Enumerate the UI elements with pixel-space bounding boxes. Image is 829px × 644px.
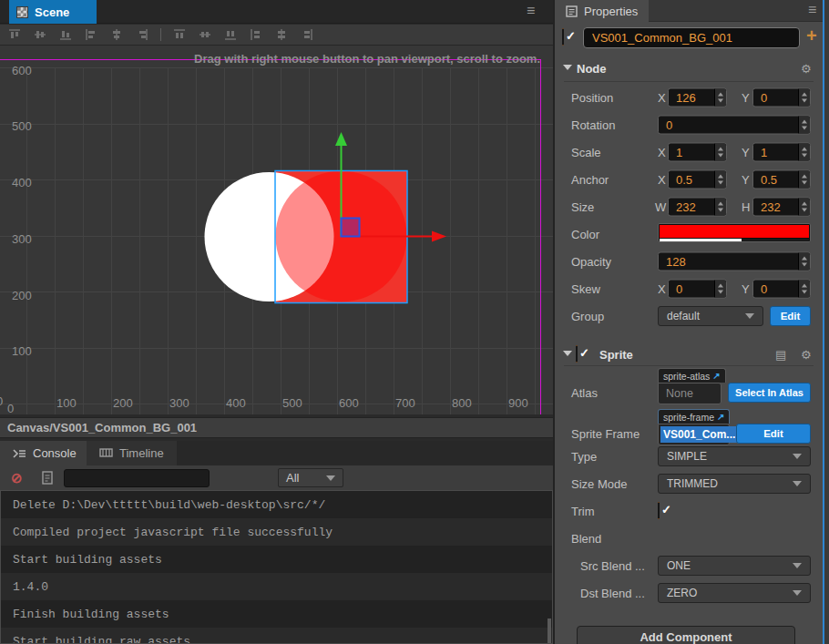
node-name-input[interactable] xyxy=(583,27,800,48)
align-left-icon[interactable] xyxy=(84,27,98,42)
w-axis-letter: W xyxy=(655,200,666,214)
log-line[interactable]: Finish building assets xyxy=(1,600,552,628)
anchor-x-value[interactable]: 0.5 xyxy=(669,173,714,187)
size-w-stepper[interactable] xyxy=(714,199,726,216)
align-top-icon[interactable] xyxy=(7,27,22,42)
clear-console-icon[interactable]: ⊘ xyxy=(11,470,23,486)
tab-console[interactable]: Console xyxy=(0,441,89,465)
color-label: Color xyxy=(571,228,599,241)
console-scrollbar[interactable] xyxy=(548,618,551,644)
rotation-value[interactable]: 0 xyxy=(659,118,798,132)
scale-x-stepper[interactable] xyxy=(714,144,726,161)
log-line[interactable]: Start building raw assets xyxy=(1,628,552,644)
scale-y-value[interactable]: 1 xyxy=(753,146,798,159)
anchor-y-stepper[interactable] xyxy=(798,171,810,189)
position-y-stepper[interactable] xyxy=(798,89,810,107)
group-dropdown[interactable]: default xyxy=(658,306,763,326)
collapse-arrow-icon[interactable] xyxy=(563,351,572,356)
sprite-frame-edit-button[interactable]: Edit xyxy=(736,424,811,444)
dst-blend-dropdown[interactable]: ZERO xyxy=(658,583,811,603)
sprite-copy-icon[interactable]: ▤ xyxy=(775,348,786,362)
rotation-stepper[interactable] xyxy=(798,117,810,134)
color-swatch[interactable] xyxy=(658,223,811,242)
distribute-left-icon[interactable] xyxy=(249,27,263,42)
opacity-stepper[interactable] xyxy=(798,253,810,271)
add-node-button[interactable]: + xyxy=(806,26,817,46)
anchor-gizmo[interactable] xyxy=(342,219,360,237)
select-in-atlas-button[interactable]: Select In Atlas xyxy=(728,383,811,403)
position-x-stepper[interactable] xyxy=(714,89,726,107)
skew-row: Skew X 0 Y 0 xyxy=(555,275,823,302)
scale-x-field[interactable]: 1 xyxy=(668,143,727,162)
scale-y-stepper[interactable] xyxy=(798,144,810,161)
anchor-y-value[interactable]: 0.5 xyxy=(753,173,798,187)
scene-viewport[interactable]: 600 500 400 300 200 100 0 0 100 200 300 … xyxy=(0,46,553,414)
distribute-bottom-icon[interactable] xyxy=(223,27,238,42)
distribute-top-icon[interactable] xyxy=(172,27,187,42)
size-w-field[interactable]: 232 xyxy=(668,198,727,217)
skew-y-value[interactable]: 0 xyxy=(753,282,798,296)
skew-y-field[interactable]: 0 xyxy=(752,280,811,299)
atlas-field[interactable]: None xyxy=(658,383,722,404)
tab-timeline[interactable]: Timeline xyxy=(87,441,177,465)
align-h-center-icon[interactable] xyxy=(109,27,124,42)
opacity-field[interactable]: 128 xyxy=(658,252,811,271)
align-v-center-icon[interactable] xyxy=(33,27,47,42)
log-line[interactable]: Start building assets xyxy=(1,546,552,573)
size-h-value[interactable]: 232 xyxy=(753,200,798,214)
tab-scene[interactable]: Scene xyxy=(9,0,97,24)
properties-menu-icon[interactable]: ≡ xyxy=(808,5,816,15)
trim-checkbox[interactable] xyxy=(658,502,660,519)
opacity-value[interactable]: 128 xyxy=(659,255,798,269)
align-bottom-icon[interactable] xyxy=(58,27,73,42)
section-rule xyxy=(564,81,814,82)
open-log-file-icon[interactable] xyxy=(42,471,54,485)
console-log-area[interactable]: Delete D:\Dev\ttttt\build\web-desktop\sr… xyxy=(0,490,553,644)
type-dropdown[interactable]: SIMPLE xyxy=(658,446,811,466)
size-mode-dropdown[interactable]: TRIMMED xyxy=(658,474,811,494)
log-line[interactable]: 1.4.0 xyxy=(1,573,552,600)
size-h-field[interactable]: 232 xyxy=(752,198,811,217)
node-section-header[interactable]: Node ⚙ xyxy=(555,56,823,80)
distribute-h-center-icon[interactable] xyxy=(274,27,289,42)
position-x-value[interactable]: 126 xyxy=(669,91,714,105)
skew-y-stepper[interactable] xyxy=(798,281,810,298)
distribute-v-center-icon[interactable] xyxy=(198,27,212,42)
move-gizmo-y-arrowhead[interactable] xyxy=(335,132,347,146)
skew-x-field[interactable]: 0 xyxy=(668,280,727,299)
node-active-checkbox[interactable] xyxy=(562,28,564,46)
rotation-field[interactable]: 0 xyxy=(658,116,811,135)
sprite-frame-value[interactable]: VS001_Com... xyxy=(660,426,738,443)
anchor-x-field[interactable]: 0.5 xyxy=(668,170,727,189)
size-h-stepper[interactable] xyxy=(798,199,810,216)
anchor-x-stepper[interactable] xyxy=(714,171,726,189)
log-line[interactable]: Compiled project javascript file success… xyxy=(1,518,552,546)
skew-x-value[interactable]: 0 xyxy=(669,282,714,296)
scale-x-value[interactable]: 1 xyxy=(669,146,714,159)
distribute-right-icon[interactable] xyxy=(300,27,314,42)
skew-x-stepper[interactable] xyxy=(714,281,726,298)
position-y-field[interactable]: 0 xyxy=(752,88,811,107)
sprite-frame-label: Sprite Frame xyxy=(571,427,640,441)
add-component-button[interactable]: Add Component xyxy=(577,626,795,644)
console-search-input[interactable] xyxy=(64,469,210,487)
scale-y-field[interactable]: 1 xyxy=(752,143,811,162)
scene-menu-icon[interactable]: ≡ xyxy=(527,6,535,15)
position-y-value[interactable]: 0 xyxy=(753,91,798,105)
move-gizmo-x-arrowhead[interactable] xyxy=(432,231,446,242)
anchor-y-field[interactable]: 0.5 xyxy=(752,170,811,189)
size-w-value[interactable]: 232 xyxy=(669,200,714,214)
group-edit-button[interactable]: Edit xyxy=(770,306,811,326)
log-filter-dropdown[interactable]: All xyxy=(278,468,343,487)
sprite-enabled-checkbox[interactable] xyxy=(576,345,578,363)
position-x-field[interactable]: 126 xyxy=(668,88,727,107)
log-line[interactable]: Delete D:\Dev\ttttt\build\web-desktop\sr… xyxy=(1,491,552,518)
breadcrumb[interactable]: Canvas/VS001_Common_BG_001 xyxy=(7,421,197,434)
sprite-section-header[interactable]: Sprite ▤ ⚙ xyxy=(555,342,823,366)
sprite-gear-icon[interactable]: ⚙ xyxy=(801,348,812,362)
collapse-arrow-icon[interactable] xyxy=(563,65,572,70)
tab-properties[interactable]: Properties xyxy=(555,0,649,22)
src-blend-dropdown[interactable]: ONE xyxy=(658,556,811,576)
align-right-icon[interactable] xyxy=(135,27,149,42)
node-gear-icon[interactable]: ⚙ xyxy=(801,62,812,76)
